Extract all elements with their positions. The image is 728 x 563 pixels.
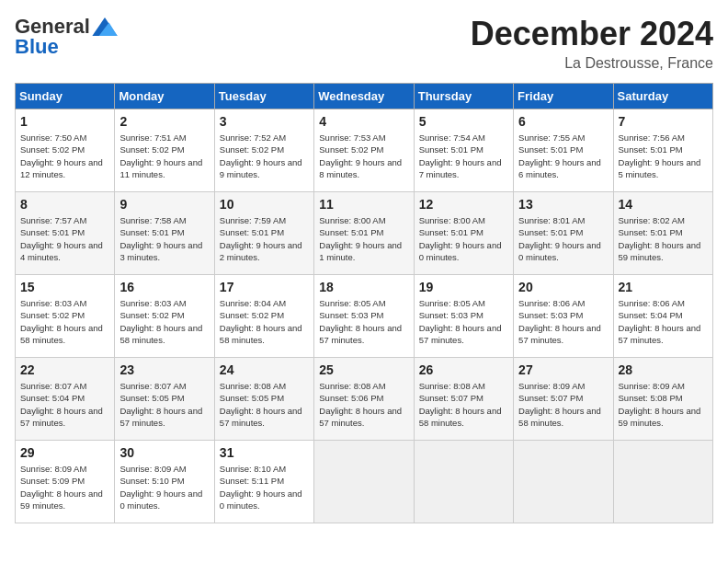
page-header: General Blue December 2024 La Destrousse… (15, 15, 713, 72)
day-number: 2 (119, 114, 209, 129)
calendar-cell-empty (613, 441, 712, 523)
day-number: 3 (220, 114, 309, 129)
calendar-week-row: 1Sunrise: 7:50 AMSunset: 5:02 PMDaylight… (16, 109, 713, 192)
header-saturday: Saturday (613, 84, 712, 109)
day-info: Sunrise: 8:07 AMSunset: 5:05 PMDaylight:… (119, 380, 209, 429)
day-info: Sunrise: 7:57 AMSunset: 5:01 PMDaylight:… (20, 214, 109, 263)
calendar-cell: 5Sunrise: 7:54 AMSunset: 5:01 PMDaylight… (414, 109, 513, 192)
header-monday: Monday (115, 84, 214, 109)
day-info: Sunrise: 8:08 AMSunset: 5:07 PMDaylight:… (419, 380, 508, 429)
day-info: Sunrise: 8:09 AMSunset: 5:09 PMDaylight:… (20, 463, 109, 511)
calendar-cell: 8Sunrise: 7:57 AMSunset: 5:01 PMDaylight… (16, 192, 115, 275)
logo-icon (92, 17, 118, 36)
calendar-cell: 24Sunrise: 8:08 AMSunset: 5:05 PMDayligh… (214, 358, 313, 441)
calendar-cell-empty (514, 441, 613, 523)
day-info: Sunrise: 7:50 AMSunset: 5:02 PMDaylight:… (20, 132, 109, 180)
day-info: Sunrise: 8:10 AMSunset: 5:11 PMDaylight:… (220, 463, 309, 511)
day-info: Sunrise: 8:09 AMSunset: 5:07 PMDaylight:… (518, 380, 608, 429)
day-info: Sunrise: 8:06 AMSunset: 5:03 PMDaylight:… (518, 297, 608, 346)
calendar-cell: 26Sunrise: 8:08 AMSunset: 5:07 PMDayligh… (414, 358, 513, 441)
calendar-cell: 23Sunrise: 8:07 AMSunset: 5:05 PMDayligh… (115, 358, 214, 441)
day-info: Sunrise: 8:08 AMSunset: 5:05 PMDaylight:… (220, 380, 309, 429)
day-number: 20 (518, 280, 608, 294)
calendar-cell: 19Sunrise: 8:05 AMSunset: 5:03 PMDayligh… (414, 275, 513, 358)
day-number: 5 (419, 114, 508, 129)
day-info: Sunrise: 8:05 AMSunset: 5:03 PMDaylight:… (319, 297, 408, 346)
day-number: 22 (20, 362, 109, 377)
day-number: 14 (619, 197, 708, 212)
day-info: Sunrise: 7:52 AMSunset: 5:02 PMDaylight:… (220, 132, 309, 180)
logo-blue-text: Blue (15, 35, 59, 59)
calendar-week-row: 29Sunrise: 8:09 AMSunset: 5:09 PMDayligh… (16, 441, 713, 523)
header-sunday: Sunday (16, 84, 115, 109)
calendar-cell: 21Sunrise: 8:06 AMSunset: 5:04 PMDayligh… (613, 275, 712, 358)
calendar-cell: 18Sunrise: 8:05 AMSunset: 5:03 PMDayligh… (314, 275, 414, 358)
calendar-cell: 28Sunrise: 8:09 AMSunset: 5:08 PMDayligh… (613, 358, 712, 441)
day-info: Sunrise: 7:53 AMSunset: 5:02 PMDaylight:… (319, 132, 408, 180)
day-number: 28 (619, 362, 708, 377)
title-area: December 2024 La Destrousse, France (471, 15, 713, 72)
weekday-header-row: Sunday Monday Tuesday Wednesday Thursday… (16, 84, 713, 109)
calendar-cell-empty (314, 441, 414, 523)
day-number: 1 (20, 114, 109, 129)
calendar-cell: 7Sunrise: 7:56 AMSunset: 5:01 PMDaylight… (613, 109, 712, 192)
day-info: Sunrise: 8:04 AMSunset: 5:02 PMDaylight:… (220, 297, 309, 346)
day-info: Sunrise: 7:56 AMSunset: 5:01 PMDaylight:… (619, 132, 708, 180)
calendar-cell: 6Sunrise: 7:55 AMSunset: 5:01 PMDaylight… (514, 109, 613, 192)
day-number: 12 (419, 197, 508, 212)
calendar-week-row: 22Sunrise: 8:07 AMSunset: 5:04 PMDayligh… (16, 358, 713, 441)
day-number: 18 (319, 280, 408, 294)
calendar-cell: 29Sunrise: 8:09 AMSunset: 5:09 PMDayligh… (16, 441, 115, 523)
day-info: Sunrise: 7:51 AMSunset: 5:02 PMDaylight:… (119, 132, 209, 180)
day-number: 25 (319, 362, 408, 377)
day-number: 6 (518, 114, 608, 129)
calendar-week-row: 8Sunrise: 7:57 AMSunset: 5:01 PMDaylight… (16, 192, 713, 275)
day-number: 7 (619, 114, 708, 129)
calendar-cell: 17Sunrise: 8:04 AMSunset: 5:02 PMDayligh… (214, 275, 313, 358)
month-title: December 2024 (471, 15, 713, 53)
calendar-cell: 12Sunrise: 8:00 AMSunset: 5:01 PMDayligh… (414, 192, 513, 275)
calendar-cell: 15Sunrise: 8:03 AMSunset: 5:02 PMDayligh… (16, 275, 115, 358)
calendar-cell: 27Sunrise: 8:09 AMSunset: 5:07 PMDayligh… (514, 358, 613, 441)
day-number: 17 (220, 280, 309, 294)
calendar-week-row: 15Sunrise: 8:03 AMSunset: 5:02 PMDayligh… (16, 275, 713, 358)
calendar-cell: 31Sunrise: 8:10 AMSunset: 5:11 PMDayligh… (214, 441, 313, 523)
day-info: Sunrise: 8:03 AMSunset: 5:02 PMDaylight:… (20, 297, 109, 346)
day-number: 8 (20, 197, 109, 212)
calendar-cell: 1Sunrise: 7:50 AMSunset: 5:02 PMDaylight… (16, 109, 115, 192)
day-number: 19 (419, 280, 508, 294)
day-info: Sunrise: 8:02 AMSunset: 5:01 PMDaylight:… (619, 214, 708, 263)
calendar-cell: 30Sunrise: 8:09 AMSunset: 5:10 PMDayligh… (115, 441, 214, 523)
day-info: Sunrise: 8:07 AMSunset: 5:04 PMDaylight:… (20, 380, 109, 429)
calendar-cell: 14Sunrise: 8:02 AMSunset: 5:01 PMDayligh… (613, 192, 712, 275)
calendar-cell: 11Sunrise: 8:00 AMSunset: 5:01 PMDayligh… (314, 192, 414, 275)
day-number: 31 (220, 445, 309, 460)
calendar-table: Sunday Monday Tuesday Wednesday Thursday… (15, 83, 713, 523)
day-number: 16 (119, 280, 209, 294)
day-number: 11 (319, 197, 408, 212)
calendar-cell: 20Sunrise: 8:06 AMSunset: 5:03 PMDayligh… (514, 275, 613, 358)
day-number: 21 (619, 280, 708, 294)
calendar-cell: 3Sunrise: 7:52 AMSunset: 5:02 PMDaylight… (214, 109, 313, 192)
day-info: Sunrise: 8:06 AMSunset: 5:04 PMDaylight:… (619, 297, 708, 346)
day-info: Sunrise: 8:03 AMSunset: 5:02 PMDaylight:… (119, 297, 209, 346)
day-info: Sunrise: 8:05 AMSunset: 5:03 PMDaylight:… (419, 297, 508, 346)
day-info: Sunrise: 8:00 AMSunset: 5:01 PMDaylight:… (419, 214, 508, 263)
day-number: 29 (20, 445, 109, 460)
calendar-cell: 16Sunrise: 8:03 AMSunset: 5:02 PMDayligh… (115, 275, 214, 358)
calendar-cell: 22Sunrise: 8:07 AMSunset: 5:04 PMDayligh… (16, 358, 115, 441)
header-wednesday: Wednesday (314, 84, 414, 109)
calendar-cell: 10Sunrise: 7:59 AMSunset: 5:01 PMDayligh… (214, 192, 313, 275)
calendar-cell-empty (414, 441, 513, 523)
day-info: Sunrise: 7:54 AMSunset: 5:01 PMDaylight:… (419, 132, 508, 180)
day-number: 24 (220, 362, 309, 377)
header-thursday: Thursday (414, 84, 513, 109)
calendar-cell: 25Sunrise: 8:08 AMSunset: 5:06 PMDayligh… (314, 358, 414, 441)
header-friday: Friday (514, 84, 613, 109)
logo: General Blue (15, 15, 118, 59)
calendar-cell: 13Sunrise: 8:01 AMSunset: 5:01 PMDayligh… (514, 192, 613, 275)
day-info: Sunrise: 7:59 AMSunset: 5:01 PMDaylight:… (220, 214, 309, 263)
day-number: 10 (220, 197, 309, 212)
day-number: 23 (119, 362, 209, 377)
day-number: 13 (518, 197, 608, 212)
